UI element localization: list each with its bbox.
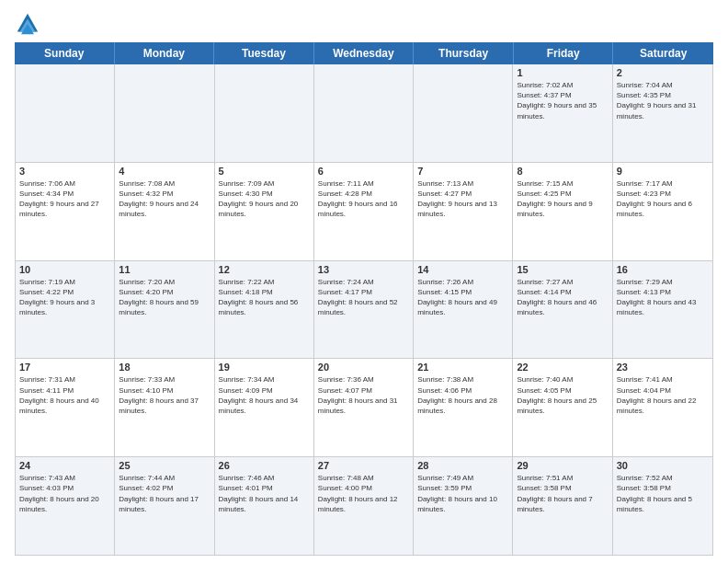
calendar-cell-23: 23Sunrise: 7:41 AM Sunset: 4:04 PM Dayli… <box>613 359 712 456</box>
cell-info: Sunrise: 7:27 AM Sunset: 4:14 PM Dayligh… <box>517 277 608 318</box>
calendar-cell-17: 17Sunrise: 7:31 AM Sunset: 4:11 PM Dayli… <box>16 359 115 456</box>
cell-info: Sunrise: 7:31 AM Sunset: 4:11 PM Dayligh… <box>19 374 110 416</box>
cell-info: Sunrise: 7:17 AM Sunset: 4:23 PM Dayligh… <box>617 178 709 220</box>
day-number: 14 <box>417 264 508 275</box>
calendar: SundayMondayTuesdayWednesdayThursdayFrid… <box>15 42 713 556</box>
weekday-header-friday: Friday <box>514 42 614 64</box>
day-number: 3 <box>19 166 110 177</box>
day-number: 29 <box>517 460 608 471</box>
calendar-cell-10: 10Sunrise: 7:19 AM Sunset: 4:22 PM Dayli… <box>16 261 115 359</box>
cell-info: Sunrise: 7:44 AM Sunset: 4:02 PM Dayligh… <box>119 473 210 514</box>
day-number: 27 <box>318 460 409 471</box>
cell-info: Sunrise: 7:36 AM Sunset: 4:07 PM Dayligh… <box>318 374 409 416</box>
page: SundayMondayTuesdayWednesdayThursdayFrid… <box>0 0 728 563</box>
cell-info: Sunrise: 7:13 AM Sunset: 4:27 PM Dayligh… <box>417 178 508 220</box>
cell-info: Sunrise: 7:02 AM Sunset: 4:37 PM Dayligh… <box>517 80 608 121</box>
calendar-cell-empty <box>215 64 314 162</box>
weekday-header-saturday: Saturday <box>613 42 713 64</box>
day-number: 1 <box>517 67 608 78</box>
cell-info: Sunrise: 7:38 AM Sunset: 4:06 PM Dayligh… <box>417 374 508 416</box>
day-number: 7 <box>417 166 508 177</box>
cell-info: Sunrise: 7:41 AM Sunset: 4:04 PM Dayligh… <box>617 374 709 416</box>
cell-info: Sunrise: 7:34 AM Sunset: 4:09 PM Dayligh… <box>219 374 310 416</box>
calendar-cell-28: 28Sunrise: 7:49 AM Sunset: 3:59 PM Dayli… <box>414 457 513 555</box>
weekday-header-thursday: Thursday <box>414 42 514 64</box>
logo <box>15 11 44 37</box>
day-number: 16 <box>617 264 709 275</box>
day-number: 26 <box>219 460 310 471</box>
calendar-cell-20: 20Sunrise: 7:36 AM Sunset: 4:07 PM Dayli… <box>314 359 414 456</box>
calendar-row-2: 10Sunrise: 7:19 AM Sunset: 4:22 PM Dayli… <box>16 261 712 360</box>
cell-info: Sunrise: 7:26 AM Sunset: 4:15 PM Dayligh… <box>417 277 508 318</box>
weekday-header-monday: Monday <box>115 42 215 64</box>
cell-info: Sunrise: 7:52 AM Sunset: 3:58 PM Dayligh… <box>617 473 709 514</box>
calendar-cell-16: 16Sunrise: 7:29 AM Sunset: 4:13 PM Dayli… <box>613 261 712 359</box>
cell-info: Sunrise: 7:46 AM Sunset: 4:01 PM Dayligh… <box>219 473 310 514</box>
calendar-cell-29: 29Sunrise: 7:51 AM Sunset: 3:58 PM Dayli… <box>513 457 612 555</box>
day-number: 25 <box>119 460 210 471</box>
cell-info: Sunrise: 7:08 AM Sunset: 4:32 PM Dayligh… <box>119 178 210 220</box>
cell-info: Sunrise: 7:51 AM Sunset: 3:58 PM Dayligh… <box>517 473 608 514</box>
day-number: 11 <box>119 264 210 275</box>
day-number: 24 <box>19 460 110 471</box>
calendar-cell-30: 30Sunrise: 7:52 AM Sunset: 3:58 PM Dayli… <box>613 457 712 555</box>
header <box>15 11 713 37</box>
calendar-header: SundayMondayTuesdayWednesdayThursdayFrid… <box>15 42 713 64</box>
cell-info: Sunrise: 7:33 AM Sunset: 4:10 PM Dayligh… <box>119 374 210 416</box>
day-number: 19 <box>219 362 310 373</box>
calendar-cell-25: 25Sunrise: 7:44 AM Sunset: 4:02 PM Dayli… <box>115 457 214 555</box>
day-number: 6 <box>318 166 409 177</box>
calendar-cell-12: 12Sunrise: 7:22 AM Sunset: 4:18 PM Dayli… <box>215 261 314 359</box>
day-number: 21 <box>417 362 508 373</box>
calendar-cell-15: 15Sunrise: 7:27 AM Sunset: 4:14 PM Dayli… <box>513 261 612 359</box>
calendar-cell-24: 24Sunrise: 7:43 AM Sunset: 4:03 PM Dayli… <box>16 457 115 555</box>
cell-info: Sunrise: 7:49 AM Sunset: 3:59 PM Dayligh… <box>417 473 508 514</box>
calendar-cell-8: 8Sunrise: 7:15 AM Sunset: 4:25 PM Daylig… <box>513 163 612 260</box>
calendar-cell-19: 19Sunrise: 7:34 AM Sunset: 4:09 PM Dayli… <box>215 359 314 456</box>
day-number: 4 <box>119 166 210 177</box>
cell-info: Sunrise: 7:24 AM Sunset: 4:17 PM Dayligh… <box>318 277 409 318</box>
calendar-cell-27: 27Sunrise: 7:48 AM Sunset: 4:00 PM Dayli… <box>314 457 414 555</box>
calendar-cell-3: 3Sunrise: 7:06 AM Sunset: 4:34 PM Daylig… <box>16 163 115 260</box>
day-number: 17 <box>19 362 110 373</box>
day-number: 5 <box>219 166 310 177</box>
day-number: 2 <box>617 67 709 78</box>
weekday-header-wednesday: Wednesday <box>314 42 415 64</box>
cell-info: Sunrise: 7:43 AM Sunset: 4:03 PM Dayligh… <box>19 473 110 514</box>
calendar-cell-9: 9Sunrise: 7:17 AM Sunset: 4:23 PM Daylig… <box>613 163 712 260</box>
calendar-cell-21: 21Sunrise: 7:38 AM Sunset: 4:06 PM Dayli… <box>414 359 513 456</box>
calendar-row-3: 17Sunrise: 7:31 AM Sunset: 4:11 PM Dayli… <box>16 359 712 457</box>
calendar-cell-2: 2Sunrise: 7:04 AM Sunset: 4:35 PM Daylig… <box>613 64 712 162</box>
cell-info: Sunrise: 7:40 AM Sunset: 4:05 PM Dayligh… <box>517 374 608 416</box>
day-number: 12 <box>219 264 310 275</box>
calendar-row-4: 24Sunrise: 7:43 AM Sunset: 4:03 PM Dayli… <box>16 457 712 555</box>
cell-info: Sunrise: 7:29 AM Sunset: 4:13 PM Dayligh… <box>617 277 709 318</box>
calendar-row-1: 3Sunrise: 7:06 AM Sunset: 4:34 PM Daylig… <box>16 163 712 261</box>
logo-icon <box>15 11 40 37</box>
calendar-cell-6: 6Sunrise: 7:11 AM Sunset: 4:28 PM Daylig… <box>314 163 414 260</box>
cell-info: Sunrise: 7:19 AM Sunset: 4:22 PM Dayligh… <box>19 277 110 318</box>
day-number: 23 <box>617 362 709 373</box>
calendar-cell-empty <box>314 64 414 162</box>
calendar-cell-4: 4Sunrise: 7:08 AM Sunset: 4:32 PM Daylig… <box>115 163 214 260</box>
calendar-cell-11: 11Sunrise: 7:20 AM Sunset: 4:20 PM Dayli… <box>115 261 214 359</box>
calendar-cell-7: 7Sunrise: 7:13 AM Sunset: 4:27 PM Daylig… <box>414 163 513 260</box>
cell-info: Sunrise: 7:20 AM Sunset: 4:20 PM Dayligh… <box>119 277 210 318</box>
calendar-cell-1: 1Sunrise: 7:02 AM Sunset: 4:37 PM Daylig… <box>513 64 612 162</box>
day-number: 9 <box>617 166 709 177</box>
day-number: 22 <box>517 362 608 373</box>
calendar-cell-26: 26Sunrise: 7:46 AM Sunset: 4:01 PM Dayli… <box>215 457 314 555</box>
calendar-cell-empty <box>414 64 513 162</box>
calendar-body-outer: 1Sunrise: 7:02 AM Sunset: 4:37 PM Daylig… <box>15 64 713 556</box>
day-number: 15 <box>517 264 608 275</box>
calendar-cell-14: 14Sunrise: 7:26 AM Sunset: 4:15 PM Dayli… <box>414 261 513 359</box>
weekday-header-tuesday: Tuesday <box>214 42 314 64</box>
day-number: 10 <box>19 264 110 275</box>
calendar-cell-5: 5Sunrise: 7:09 AM Sunset: 4:30 PM Daylig… <box>215 163 314 260</box>
calendar-row-0: 1Sunrise: 7:02 AM Sunset: 4:37 PM Daylig… <box>16 64 712 163</box>
calendar-cell-13: 13Sunrise: 7:24 AM Sunset: 4:17 PM Dayli… <box>314 261 414 359</box>
cell-info: Sunrise: 7:09 AM Sunset: 4:30 PM Dayligh… <box>219 178 310 220</box>
weekday-header-sunday: Sunday <box>15 42 115 64</box>
day-number: 30 <box>617 460 709 471</box>
day-number: 18 <box>119 362 210 373</box>
